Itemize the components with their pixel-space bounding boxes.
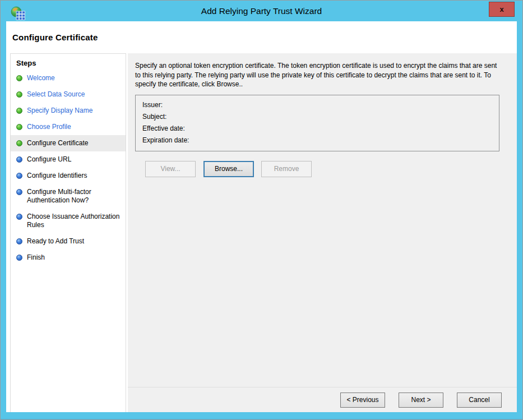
- sidebar-item-specify-display-name[interactable]: Specify Display Name: [11, 103, 126, 119]
- step-completed-bullet-icon: [16, 75, 22, 81]
- step-upcoming-bullet-icon: [16, 156, 22, 163]
- sidebar-item-label: Specify Display Name: [27, 107, 92, 115]
- next-button[interactable]: Next >: [399, 393, 443, 408]
- sidebar-item-label: Welcome: [27, 74, 55, 82]
- step-upcoming-bullet-icon: [16, 255, 22, 261]
- steps-sidebar: Steps Welcome Select Data Source Specify…: [10, 53, 126, 412]
- sidebar-item-label: Finish: [27, 253, 45, 262]
- sidebar-item-finish: Finish: [11, 250, 126, 266]
- sidebar-item-ready-to-add-trust: Ready to Add Trust: [11, 233, 126, 250]
- titlebar: Add Relying Party Trust Wizard x: [1, 1, 522, 21]
- cert-expiration-date-label: Expiration date:: [142, 135, 492, 146]
- window-title: Add Relying Party Trust Wizard: [1, 6, 522, 16]
- sidebar-item-label: Configure URL: [27, 155, 71, 164]
- sidebar-item-label: Ready to Add Trust: [27, 237, 84, 246]
- page-title: Configure Certificate: [12, 33, 98, 42]
- page-description: Specify an optional token encryption cer…: [135, 61, 503, 89]
- cancel-button[interactable]: Cancel: [457, 393, 502, 408]
- page-header: Configure Certificate: [6, 21, 517, 53]
- sidebar-item-choose-issuance-rules: Choose Issuance Authorization Rules: [11, 209, 126, 233]
- sidebar-item-select-data-source[interactable]: Select Data Source: [11, 86, 126, 103]
- step-completed-bullet-icon: [16, 91, 22, 98]
- sidebar-item-configure-certificate: Configure Certificate: [11, 135, 126, 151]
- sidebar-item-label: Choose Issuance Authorization Rules: [27, 213, 122, 229]
- step-completed-bullet-icon: [16, 108, 22, 114]
- client-area: Configure Certificate Steps Welcome Sele…: [6, 21, 517, 412]
- sidebar-item-configure-identifiers: Configure Identifiers: [11, 168, 126, 184]
- close-button[interactable]: x: [489, 2, 515, 17]
- step-completed-bullet-icon: [16, 124, 22, 130]
- step-upcoming-bullet-icon: [16, 189, 22, 195]
- browse-button[interactable]: Browse...: [203, 161, 254, 177]
- sidebar-item-label: Configure Identifiers: [27, 172, 87, 180]
- main-pane: Specify an optional token encryption cer…: [128, 53, 517, 412]
- sidebar-item-label: Configure Multi-factor Authentication No…: [27, 188, 122, 205]
- sidebar-item-label: Choose Profile: [27, 123, 71, 131]
- sidebar-item-configure-url: Configure URL: [11, 151, 126, 168]
- wizard-window: Add Relying Party Trust Wizard x Configu…: [0, 0, 523, 420]
- certificate-details-box: Issuer: Subject: Effective date: Expirat…: [135, 95, 499, 151]
- remove-button[interactable]: Remove: [261, 161, 312, 177]
- cert-effective-date-label: Effective date:: [142, 123, 492, 135]
- step-upcoming-bullet-icon: [16, 238, 22, 244]
- steps-heading: Steps: [11, 54, 126, 70]
- sidebar-item-welcome[interactable]: Welcome: [11, 70, 126, 86]
- wizard-footer: < Previous Next > Cancel: [128, 387, 517, 412]
- view-button[interactable]: View...: [145, 161, 196, 177]
- sidebar-item-choose-profile[interactable]: Choose Profile: [11, 119, 126, 135]
- step-current-bullet-icon: [16, 140, 22, 146]
- sidebar-item-label: Configure Certificate: [27, 139, 88, 147]
- step-upcoming-bullet-icon: [16, 173, 22, 179]
- step-upcoming-bullet-icon: [16, 214, 22, 220]
- sidebar-item-configure-mfa: Configure Multi-factor Authentication No…: [11, 184, 126, 209]
- previous-button[interactable]: < Previous: [340, 393, 385, 408]
- cert-subject-label: Subject:: [142, 111, 492, 123]
- cert-issuer-label: Issuer:: [142, 99, 492, 111]
- sidebar-item-label: Select Data Source: [27, 90, 85, 99]
